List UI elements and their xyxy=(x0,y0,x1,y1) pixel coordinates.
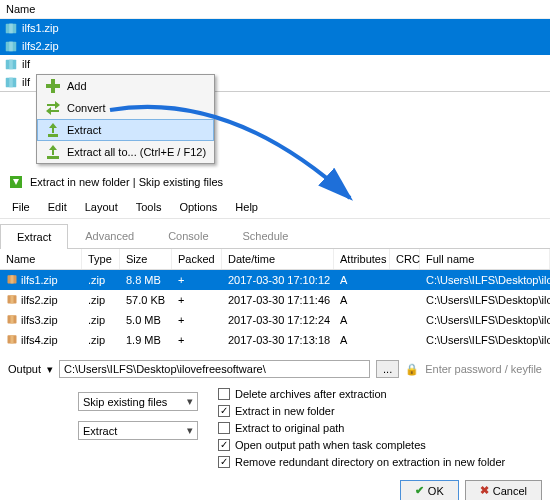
checkbox-icon xyxy=(218,388,230,400)
menu-options[interactable]: Options xyxy=(171,198,225,216)
ctx-add-label: Add xyxy=(67,80,87,92)
checkbox-icon: ✓ xyxy=(218,456,230,468)
browse-button[interactable]: ... xyxy=(376,360,399,378)
svg-rect-9 xyxy=(51,79,55,93)
menubar: File Edit Layout Tools Options Help xyxy=(0,196,550,219)
close-icon: ✖ xyxy=(480,484,489,497)
zip-icon xyxy=(6,293,18,307)
menu-edit[interactable]: Edit xyxy=(40,198,75,216)
menu-tools[interactable]: Tools xyxy=(128,198,170,216)
file-name: ilfs1.zip xyxy=(22,22,59,34)
chevron-down-icon: ▾ xyxy=(187,395,193,408)
check-extract-new-folder[interactable]: ✓Extract in new folder xyxy=(218,405,542,417)
col-crc[interactable]: CRC xyxy=(390,249,420,269)
col-packed[interactable]: Packed xyxy=(172,249,222,269)
app-icon xyxy=(8,174,24,190)
svg-rect-16 xyxy=(11,295,14,303)
password-label[interactable]: Enter password / keyfile xyxy=(425,363,542,375)
zip-icon xyxy=(4,21,18,35)
output-dropdown-icon[interactable]: ▾ xyxy=(47,363,53,376)
tab-schedule[interactable]: Schedule xyxy=(226,223,306,248)
svg-rect-18 xyxy=(11,315,14,323)
convert-icon xyxy=(45,100,61,116)
ctx-convert-label: Convert xyxy=(67,102,106,114)
action-mode-value: Extract xyxy=(83,425,117,437)
check-icon: ✔ xyxy=(415,484,424,497)
zip-icon xyxy=(4,57,18,71)
add-icon xyxy=(45,78,61,94)
options-panel: Output ▾ C:\Users\ILFS\Desktop\ilovefree… xyxy=(0,350,550,474)
extract-icon xyxy=(45,122,61,138)
ctx-add[interactable]: Add xyxy=(37,75,214,97)
file-table: Name Type Size Packed Date/time Attribut… xyxy=(0,249,550,350)
action-mode-select[interactable]: Extract ▾ xyxy=(78,421,198,440)
tab-advanced[interactable]: Advanced xyxy=(68,223,151,248)
menu-layout[interactable]: Layout xyxy=(77,198,126,216)
lock-icon: 🔒 xyxy=(405,363,419,376)
list-item[interactable]: ilfs1.zip xyxy=(0,19,550,37)
zip-icon xyxy=(6,333,18,347)
dialog-buttons: ✔OK ✖Cancel xyxy=(0,474,550,500)
ok-button[interactable]: ✔OK xyxy=(400,480,459,500)
ctx-extract-label: Extract xyxy=(67,124,101,136)
menu-file[interactable]: File xyxy=(4,198,38,216)
checkbox-icon: ✓ xyxy=(218,405,230,417)
check-remove-redundant[interactable]: ✓Remove redundant directory on extractio… xyxy=(218,456,542,468)
menu-help[interactable]: Help xyxy=(227,198,266,216)
check-delete-archives[interactable]: Delete archives after extraction xyxy=(218,388,542,400)
tab-console[interactable]: Console xyxy=(151,223,225,248)
zip-icon xyxy=(4,75,18,89)
list-item[interactable]: ilf xyxy=(0,55,550,73)
overwrite-mode-value: Skip existing files xyxy=(83,396,167,408)
output-path-input[interactable]: C:\Users\ILFS\Desktop\ilovefreesoftware\ xyxy=(59,360,370,378)
col-datetime[interactable]: Date/time xyxy=(222,249,334,269)
col-size[interactable]: Size xyxy=(120,249,172,269)
svg-rect-1 xyxy=(9,24,13,34)
svg-rect-10 xyxy=(48,134,58,137)
table-row[interactable]: ilfs2.zip.zip57.0 KB+2017-03-30 17:11:46… xyxy=(0,290,550,310)
zip-icon xyxy=(6,313,18,327)
ctx-extract-all[interactable]: Extract all to... (Ctrl+E / F12) xyxy=(37,141,214,163)
col-fullname[interactable]: Full name xyxy=(420,249,550,269)
ctx-convert[interactable]: Convert xyxy=(37,97,214,119)
checkbox-icon: ✓ xyxy=(218,439,230,451)
table-row[interactable]: ilfs1.zip.zip8.8 MB+2017-03-30 17:10:12A… xyxy=(0,270,550,290)
col-name[interactable]: Name xyxy=(0,249,82,269)
check-open-output[interactable]: ✓Open output path when task completes xyxy=(218,439,542,451)
output-label: Output xyxy=(8,363,41,375)
list-item[interactable]: ilfs2.zip xyxy=(0,37,550,55)
col-attributes[interactable]: Attributes xyxy=(334,249,390,269)
ctx-extract-all-label: Extract all to... (Ctrl+E / F12) xyxy=(67,146,206,158)
table-row[interactable]: ilfs4.zip.zip1.9 MB+2017-03-30 17:13:18A… xyxy=(0,330,550,350)
table-header: Name Type Size Packed Date/time Attribut… xyxy=(0,249,550,270)
svg-rect-14 xyxy=(11,275,14,283)
tab-bar: Extract Advanced Console Schedule xyxy=(0,223,550,249)
col-type[interactable]: Type xyxy=(82,249,120,269)
tab-extract[interactable]: Extract xyxy=(0,224,68,249)
file-name: ilf xyxy=(22,76,30,88)
table-row[interactable]: ilfs3.zip.zip5.0 MB+2017-03-30 17:12:24A… xyxy=(0,310,550,330)
checkbox-icon xyxy=(218,422,230,434)
extract-all-icon xyxy=(45,144,61,160)
zip-icon xyxy=(6,273,18,287)
ctx-extract[interactable]: Extract xyxy=(37,119,214,141)
svg-rect-7 xyxy=(9,78,13,88)
svg-rect-11 xyxy=(47,156,59,159)
svg-rect-3 xyxy=(9,42,13,52)
cancel-button[interactable]: ✖Cancel xyxy=(465,480,542,500)
overwrite-mode-select[interactable]: Skip existing files ▾ xyxy=(78,392,198,411)
svg-rect-5 xyxy=(9,60,13,70)
window-title: Extract in new folder | Skip existing fi… xyxy=(30,176,223,188)
file-name: ilfs2.zip xyxy=(22,40,59,52)
svg-rect-20 xyxy=(11,335,14,343)
chevron-down-icon: ▾ xyxy=(187,424,193,437)
file-name: ilf xyxy=(22,58,30,70)
check-original-path[interactable]: Extract to original path xyxy=(218,422,542,434)
output-path-value: C:\Users\ILFS\Desktop\ilovefreesoftware\ xyxy=(64,363,266,375)
window-title-bar: Extract in new folder | Skip existing fi… xyxy=(0,168,550,196)
zip-icon xyxy=(4,39,18,53)
column-header-name[interactable]: Name xyxy=(0,0,550,19)
context-menu: Add Convert Extract Extract all to... (C… xyxy=(36,74,215,164)
